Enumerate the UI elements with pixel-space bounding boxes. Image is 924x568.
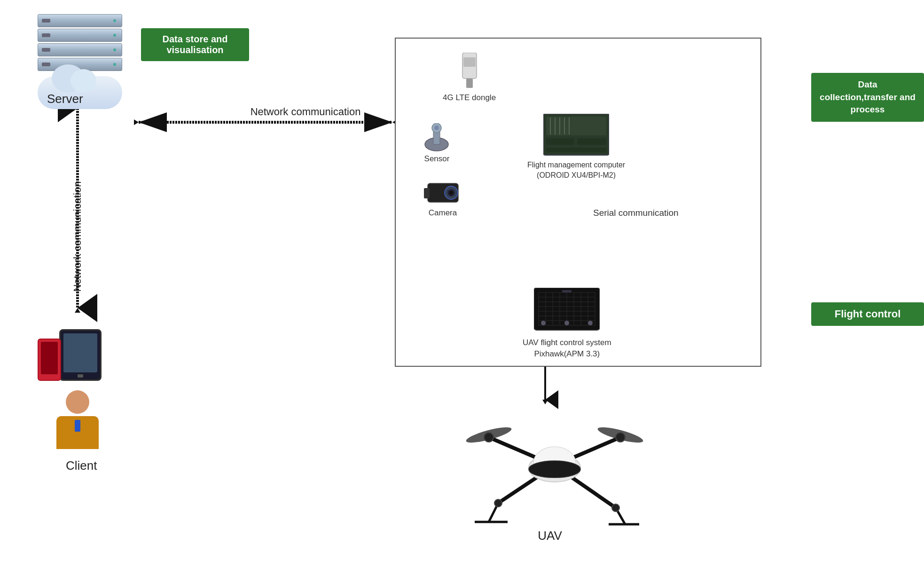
svg-point-76: [529, 461, 580, 478]
camera-label: Camera: [424, 208, 462, 218]
serial-comm-label: Serial communication: [593, 208, 679, 218]
devices-icon: [38, 320, 132, 381]
svg-rect-17: [466, 79, 473, 88]
uav-area: UAV: [461, 409, 639, 541]
network-comm-horiz-label: Network communication: [188, 106, 423, 118]
data-collection-box: Data collection,transfer and process: [811, 73, 924, 122]
network-comm-vert-label: Network communication: [0, 188, 155, 200]
svg-point-73: [612, 504, 619, 512]
tablet-icon: [59, 329, 102, 381]
uav-fcs-label: UAV flight control system Pixhawk(APM 3.…: [523, 337, 611, 360]
uav-fcs-area: UAV flight control system Pixhawk(APM 3.…: [523, 288, 611, 360]
uav-fcs-svg-icon: [534, 288, 600, 332]
server-unit-1: [38, 14, 122, 27]
fmc-label: Flight management computer (ODROID XU4/B…: [527, 160, 625, 181]
server-unit-2: [38, 29, 122, 42]
phone-icon: [38, 339, 61, 381]
svg-rect-34: [424, 188, 430, 198]
sensor-area: Sensor: [424, 123, 450, 164]
server-unit-3: [38, 43, 122, 56]
fmc-svg-icon: [543, 114, 609, 156]
svg-point-57: [564, 321, 569, 325]
svg-point-37: [449, 191, 453, 195]
diagram-container: Server Data store and visualisation Netw…: [0, 0, 924, 568]
svg-point-70: [484, 433, 493, 442]
flight-control-box: Flight control: [811, 302, 924, 326]
lte-dongle-area: 4G LTE dongle: [443, 53, 496, 103]
svg-point-32: [434, 126, 439, 130]
svg-marker-14: [542, 400, 548, 404]
fmc-area: Flight management computer (ODROID XU4/B…: [527, 114, 625, 181]
sensor-label: Sensor: [424, 154, 450, 164]
person-head: [66, 390, 89, 414]
camera-svg-icon: [424, 180, 462, 205]
dongle-svg-icon: [458, 53, 481, 90]
lte-dongle-label: 4G LTE dongle: [443, 93, 496, 103]
svg-rect-22: [577, 138, 606, 145]
svg-point-71: [616, 433, 625, 442]
server-icon: [28, 14, 132, 89]
server-label: Server: [47, 92, 83, 106]
person-body: [56, 416, 99, 449]
svg-rect-21: [546, 138, 574, 145]
svg-rect-18: [463, 57, 476, 67]
person-icon: [54, 390, 101, 451]
svg-rect-23: [546, 148, 606, 152]
right-panel: 4G LTE dongle Flight management computer…: [395, 38, 761, 367]
svg-marker-5: [134, 119, 139, 125]
drone-svg-icon: [461, 409, 649, 531]
svg-point-72: [494, 499, 502, 507]
svg-point-58: [588, 321, 593, 325]
sensor-svg-icon: [424, 123, 450, 151]
client-label: Client: [66, 458, 97, 473]
svg-point-56: [541, 321, 546, 325]
data-store-box: Data store and visualisation: [141, 28, 249, 61]
svg-rect-59: [562, 290, 572, 292]
camera-area: Camera: [424, 180, 462, 218]
